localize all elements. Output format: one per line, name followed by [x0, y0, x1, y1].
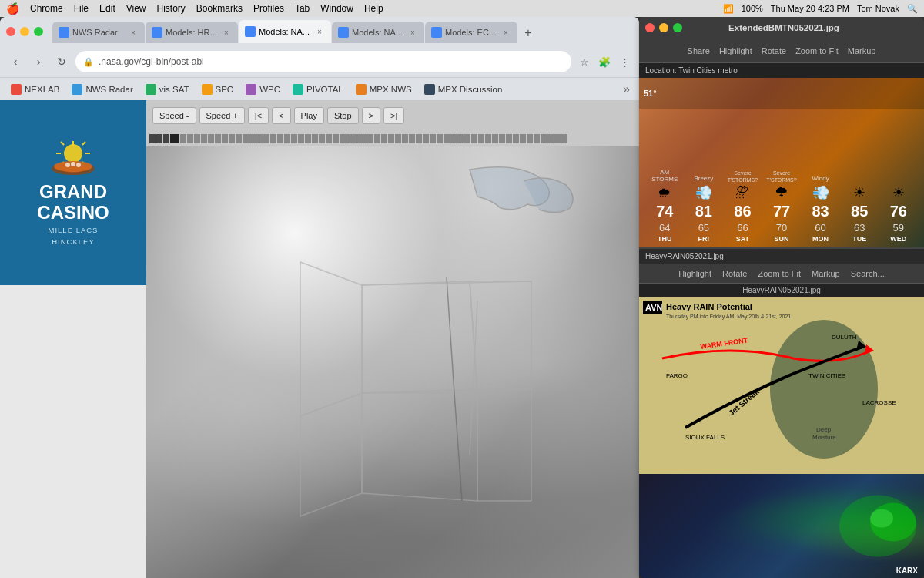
bookmark-label: NWS Radar	[85, 85, 132, 94]
highlight-button[interactable]: Highlight	[719, 46, 752, 55]
frame-tick	[180, 134, 186, 143]
casino-name-line1: GRAND	[37, 182, 109, 202]
new-tab-button[interactable]: +	[518, 23, 538, 43]
tab-favicon	[431, 27, 442, 38]
frame-tick	[450, 134, 457, 143]
markup-button[interactable]: Markup	[848, 46, 876, 55]
zoom-to-fit-button[interactable]: Zoom to Fit	[795, 46, 839, 55]
menu-edit[interactable]: Edit	[99, 3, 116, 14]
last-frame-button[interactable]: >|	[383, 107, 404, 124]
frame-tick	[270, 134, 276, 143]
menu-tab[interactable]: Tab	[295, 3, 310, 14]
tab-close-icon[interactable]: ×	[221, 27, 232, 38]
tab-models-na2[interactable]: Models: NA... ×	[332, 22, 424, 43]
play-button[interactable]: Play	[294, 107, 324, 124]
radar-station-label: KARX	[896, 566, 918, 575]
menu-chrome[interactable]: Chrome	[30, 3, 63, 14]
address-bar[interactable]: 🔒 .nasa.gov/cgi-bin/post-abi	[75, 51, 571, 72]
frame-strip[interactable]	[146, 131, 639, 146]
bookmark-nexlab[interactable]: NEXLAB	[6, 82, 64, 97]
menu-history[interactable]: History	[157, 3, 186, 14]
mon-condition: Windy	[812, 175, 829, 183]
tab-nws-radar[interactable]: NWS Radar ×	[52, 22, 145, 43]
preview-close-button[interactable]	[645, 23, 654, 32]
prev-frame-button[interactable]: <	[272, 107, 290, 124]
fri-condition: Breezy	[694, 175, 713, 183]
spotlight-icon[interactable]: 🔍	[907, 4, 918, 14]
current-low-temp: 51°	[644, 89, 657, 98]
tab-models-ec[interactable]: Models: EC... ×	[425, 22, 517, 43]
bookmark-nws-radar[interactable]: NWS Radar	[67, 82, 137, 97]
heavy-rain-map: WARM FRONT Jet Streak FARGO DULUTH TWIN …	[639, 297, 924, 474]
bookmark-wpc[interactable]: WPC	[241, 82, 285, 97]
frame-tick	[156, 134, 162, 143]
share-button[interactable]: Share	[688, 46, 710, 55]
forward-button[interactable]: ›	[29, 52, 48, 71]
frame-tick	[381, 134, 387, 143]
speed-plus-button[interactable]: Speed +	[199, 107, 245, 124]
bookmark-label: MPX NWS	[370, 85, 412, 94]
hr-highlight-button[interactable]: Highlight	[678, 269, 711, 278]
sun-high: 77	[773, 203, 790, 220]
sat-condition: SevereT'STORMS?	[728, 170, 758, 183]
hr-zoom-button[interactable]: Zoom to Fit	[758, 269, 801, 278]
tab-label: Models: HR...	[166, 28, 217, 37]
svg-text:DULUTH: DULUTH	[832, 334, 857, 341]
bookmark-icon	[11, 84, 22, 95]
frame-tick	[527, 134, 533, 143]
frame-tick	[513, 134, 519, 143]
fri-icon: 💨	[695, 184, 712, 201]
next-frame-button[interactable]: >	[362, 107, 380, 124]
chrome-content: GRAND CASINO MILLE LACS HINCKLEY Speed -…	[0, 100, 639, 578]
apple-menu[interactable]: 🍎	[6, 2, 19, 15]
frame-tick	[194, 134, 200, 143]
tab-close-icon[interactable]: ×	[500, 27, 511, 38]
stop-button[interactable]: Stop	[327, 107, 359, 124]
maximize-button[interactable]	[34, 27, 43, 36]
menu-file[interactable]: File	[74, 3, 89, 14]
reload-button[interactable]: ↻	[52, 52, 71, 71]
frame-tick	[561, 134, 567, 143]
menu-bookmarks[interactable]: Bookmarks	[196, 3, 243, 14]
speed-minus-button[interactable]: Speed -	[152, 107, 196, 124]
bookmark-pivotal[interactable]: PIVOTAL	[288, 82, 348, 97]
first-frame-button[interactable]: |<	[248, 107, 269, 124]
minimize-button[interactable]	[20, 27, 29, 36]
svg-point-0	[64, 144, 82, 163]
back-button[interactable]: ‹	[6, 52, 25, 71]
tab-close-icon[interactable]: ×	[407, 27, 418, 38]
casino-advertisement[interactable]: GRAND CASINO MILLE LACS HINCKLEY	[0, 100, 146, 285]
bookmarks-more-icon[interactable]: »	[620, 82, 633, 96]
hr-rotate-button[interactable]: Rotate	[722, 269, 747, 278]
rotate-button[interactable]: Rotate	[762, 46, 786, 55]
bookmark-mpx-discussion[interactable]: MPX Discussion	[420, 82, 507, 97]
menu-window[interactable]: Window	[320, 3, 353, 14]
frame-tick	[229, 134, 235, 143]
wifi-icon[interactable]: 📶	[723, 4, 734, 14]
wed-label: WED	[890, 235, 906, 243]
tab-models-na-active[interactable]: Models: NA... ×	[239, 20, 331, 43]
thu-label: THU	[658, 235, 672, 243]
bookmark-mpx-nws[interactable]: MPX NWS	[351, 82, 417, 97]
preview-minimize-button[interactable]	[659, 23, 668, 32]
menubar: 🍎 Chrome File Edit View History Bookmark…	[0, 0, 924, 17]
tab-close-icon[interactable]: ×	[314, 26, 325, 37]
chrome-menu-icon[interactable]: ⋮	[616, 53, 633, 70]
thu-icon: 🌧	[658, 185, 671, 201]
menu-profiles[interactable]: Profiles	[253, 3, 284, 14]
tab-close-icon[interactable]: ×	[128, 27, 139, 38]
bookmark-star-icon[interactable]: ☆	[576, 53, 593, 70]
menu-view[interactable]: View	[126, 3, 146, 14]
bookmark-vis-sat[interactable]: vis SAT	[141, 82, 194, 97]
rain-map-svg: WARM FRONT Jet Streak FARGO DULUTH TWIN …	[639, 297, 924, 474]
close-button[interactable]	[6, 27, 15, 36]
bookmark-spc[interactable]: SPC	[197, 82, 239, 97]
tab-models-hr[interactable]: Models: HR... ×	[146, 22, 238, 43]
hr-markup-button[interactable]: Markup	[812, 269, 840, 278]
bookmark-icon	[146, 84, 156, 95]
chrome-extensions-icon[interactable]: 🧩	[596, 53, 613, 70]
preview-titlebar: ExtendedBMTN052021.jpg	[639, 17, 924, 39]
preview-maximize-button[interactable]	[673, 23, 682, 32]
frame-tick	[149, 134, 156, 143]
menu-help[interactable]: Help	[364, 3, 383, 14]
